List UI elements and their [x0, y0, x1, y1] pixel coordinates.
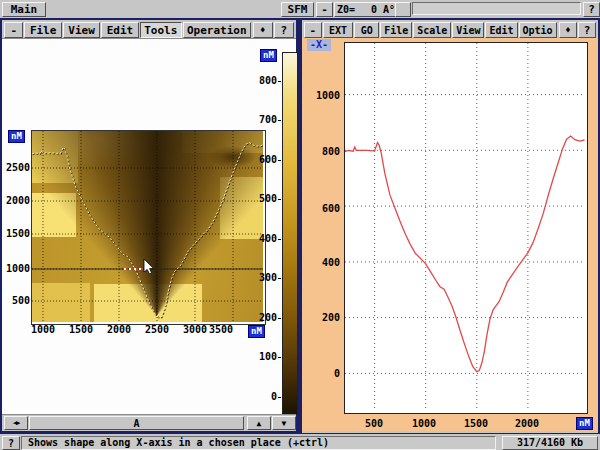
afm-overlay	[32, 131, 263, 322]
main-menu-button[interactable]: Main	[2, 2, 46, 17]
image-scroll-row: ◄▶ A ▲ ▼	[2, 414, 296, 431]
left-right-arrows-icon: ◄▶	[13, 418, 19, 429]
profile-plot-area[interactable]	[344, 42, 588, 414]
profile-grid	[345, 43, 585, 411]
menu-edit-right[interactable]: Edit	[485, 22, 517, 38]
image-window-minimize-button[interactable]: -	[4, 22, 23, 38]
memory-text: 317/4160 Kb	[517, 437, 583, 448]
status-help-button[interactable]: ?	[2, 436, 20, 450]
menu-file-right[interactable]: File	[380, 22, 412, 38]
command-field[interactable]	[412, 2, 581, 15]
menu-view-label: View	[68, 25, 95, 36]
up-arrow-icon: ▲	[257, 418, 262, 429]
colorbar-tick: 300	[251, 273, 277, 283]
sfm-button[interactable]: SFM	[281, 2, 314, 17]
profile-y-tick: 1000	[304, 91, 340, 101]
colorbar-tick-mark	[278, 160, 281, 161]
menu-ext[interactable]: EXT	[323, 22, 353, 38]
menu-tools-label: Tools	[144, 25, 177, 36]
top-help-button[interactable]: ?	[583, 2, 600, 17]
colorbar-tick: 400	[251, 234, 277, 244]
profile-x-unit-badge: nM	[576, 417, 593, 430]
menu-view[interactable]: View	[63, 22, 100, 38]
z0-label: Z0=	[337, 4, 355, 15]
profile-curve	[345, 136, 585, 372]
status-message: Shows shape along X-axis in a chosen pla…	[21, 436, 496, 450]
image-x-tick: 2000	[99, 325, 139, 335]
help-icon: ?	[584, 25, 591, 36]
image-y-tick: 500	[2, 296, 30, 306]
profile-trace	[32, 142, 263, 317]
menu-ext-label: EXT	[329, 25, 347, 36]
profile-window-minimize-button[interactable]: -	[304, 22, 322, 38]
menu-tools[interactable]: Tools	[140, 22, 182, 38]
image-y-unit-badge: nM	[8, 130, 25, 143]
image-window-help-button[interactable]: ?	[274, 22, 294, 38]
scroll-mode-bar[interactable]: A	[29, 416, 244, 430]
image-window-spinner-button[interactable]: ♦	[253, 22, 273, 38]
menu-edit[interactable]: Edit	[101, 22, 138, 38]
colorbar-tick-mark	[278, 199, 281, 200]
z0-small-button[interactable]	[395, 2, 411, 17]
menu-file-label: File	[30, 25, 57, 36]
image-client-area: 2500 2000 1500 1000 500 nM nM nM	[2, 38, 296, 416]
profile-plot	[345, 43, 585, 411]
menu-operation[interactable]: Operation	[183, 22, 251, 38]
image-x-tick: 1500	[61, 325, 101, 335]
mouse-cursor	[144, 259, 154, 274]
menu-options[interactable]: Optio	[519, 22, 557, 38]
menu-edit-label: Edit	[107, 25, 134, 36]
colorbar-tick-mark	[278, 357, 281, 358]
image-x-tick: 2500	[137, 325, 177, 335]
colorbar-tick-mark	[278, 397, 281, 398]
profile-y-tick: 200	[304, 313, 340, 323]
z0-display: Z0= 0 A°	[334, 2, 398, 17]
colorbar-tick: 200	[251, 313, 277, 323]
profile-trace-shadow	[33, 143, 263, 318]
minimize-icon: -	[321, 4, 328, 15]
scroll-mode-label: A	[133, 418, 139, 429]
colorbar-tick-mark	[278, 239, 281, 240]
afm-grid	[32, 131, 263, 322]
image-x-tick: 1000	[23, 325, 63, 335]
spinner-icon: ♦	[565, 25, 570, 36]
minimize-top-button[interactable]: -	[316, 2, 333, 17]
menu-go-label: GO	[361, 25, 373, 36]
help-icon: ?	[8, 438, 14, 449]
scroll-up-button[interactable]: ▲	[247, 416, 271, 430]
colorbar-tick-mark	[278, 278, 281, 279]
menu-file-right-label: File	[384, 25, 408, 36]
memory-indicator: 317/4160 Kb	[502, 436, 598, 450]
profile-window-spinner-button[interactable]: ♦	[559, 22, 578, 38]
minimize-icon: -	[310, 25, 317, 36]
down-arrow-icon: ▼	[282, 418, 287, 429]
status-message-text: Shows shape along X-axis in a chosen pla…	[28, 437, 329, 448]
help-icon: ?	[281, 25, 288, 36]
image-y-tick: 2000	[2, 196, 30, 206]
menu-view-right-label: View	[456, 25, 480, 36]
profile-client-area: -X- 1000 800 600 400 200 0	[302, 38, 598, 431]
scroll-left-right-button[interactable]: ◄▶	[4, 416, 28, 430]
menu-file[interactable]: File	[24, 22, 61, 38]
menu-go[interactable]: GO	[354, 22, 379, 38]
colorbar-tick: 0	[251, 392, 277, 402]
sfm-label: SFM	[288, 4, 308, 15]
afm-topography-image[interactable]	[31, 130, 266, 325]
colorbar-tick: 100	[251, 352, 277, 362]
status-bar: ? Shows shape along X-axis in a chosen p…	[0, 433, 600, 450]
image-y-tick: 1500	[2, 229, 30, 239]
profile-y-tick: 400	[304, 258, 340, 268]
menu-scale[interactable]: Scale	[413, 22, 451, 38]
menu-view-right[interactable]: View	[452, 22, 484, 38]
colorbar-tick-mark	[278, 120, 281, 121]
menu-options-label: Optio	[523, 25, 553, 36]
colorbar-tick: 500	[251, 194, 277, 204]
height-colorbar	[282, 52, 298, 415]
image-x-tick: 3500	[201, 325, 241, 335]
image-y-tick: 2500	[2, 163, 30, 173]
profile-window-help-button[interactable]: ?	[578, 22, 596, 38]
scroll-down-button[interactable]: ▼	[272, 416, 296, 430]
colorbar-tick-mark	[278, 81, 281, 82]
colorbar-tick-mark	[278, 318, 281, 319]
sfm-application: Main SFM - Z0= 0 A° ? - File View Edit T…	[0, 0, 600, 450]
